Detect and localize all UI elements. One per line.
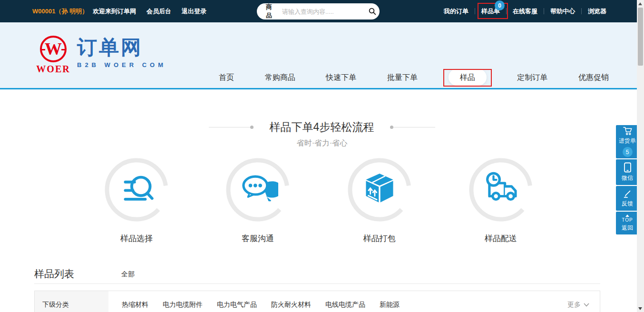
hero-subtitle: 省时·省力·省心	[0, 138, 644, 148]
step-label: 样品打包	[363, 233, 396, 244]
wechat-label: 微信	[622, 174, 633, 182]
purchase-list-button[interactable]: 进货单 5	[616, 125, 639, 158]
purchase-list-badge: 5	[623, 147, 633, 157]
up-arrow-icon	[625, 214, 629, 217]
topbar: W00001（孙 明明） 欢迎来到订单网 会员后台 退出登录 商品 我的订单 样…	[0, 0, 644, 22]
category-heat-shrink[interactable]: 热缩材料	[122, 301, 148, 309]
step-customer-service: 客服沟通	[222, 157, 293, 244]
nav-item-quick-order[interactable]: 快速下单	[326, 73, 356, 83]
site-name: 订单网	[77, 37, 166, 58]
search-icon[interactable]	[366, 3, 380, 20]
floating-sidebar: 进货单 5 微信 反馈 TOP 返回	[616, 125, 639, 235]
scroll-down-arrow-icon[interactable]	[638, 307, 642, 310]
decorative-line-left	[209, 126, 254, 129]
category-wire-cable-products[interactable]: 电线电缆产品	[325, 301, 365, 309]
search-list-icon	[117, 169, 156, 211]
step-sample-packing: 样品打包	[344, 157, 415, 244]
nav-item-home[interactable]: 首页	[219, 73, 234, 83]
more-label: 更多	[567, 301, 581, 309]
search-box: 商品	[257, 3, 380, 20]
chat-bubbles-icon	[237, 168, 278, 211]
logo-brand-text: WOER	[36, 64, 70, 75]
step-sample-selection: 样品选择	[101, 157, 172, 244]
user-id: W00001（孙 明明）	[32, 7, 88, 16]
search-input[interactable]	[282, 8, 366, 15]
topbar-right: 我的订单 样品单 在线客服 帮助中心 浏览器	[444, 0, 606, 22]
step-label: 客服沟通	[242, 233, 274, 244]
sample-order-count-badge: 0	[495, 0, 505, 10]
category-fireproof-materials[interactable]: 防火耐火材料	[271, 301, 311, 309]
category-power-electric-products[interactable]: 电力电气产品	[217, 301, 257, 309]
feedback-button[interactable]: 反馈	[616, 186, 639, 211]
hero-title-row: 样品下单4步轻松流程	[0, 120, 644, 135]
divider	[581, 8, 582, 14]
divider	[34, 283, 600, 284]
steps-row: 样品选择 客服沟通	[101, 157, 537, 244]
woer-logo-icon: W WOER	[36, 36, 70, 75]
logo[interactable]: W WOER 订单网 B2B WOER COM	[36, 36, 166, 75]
purchase-list-label: 进货单	[619, 137, 636, 145]
delivery-truck-icon	[480, 168, 521, 211]
nav-item-bulk-order[interactable]: 批量下单	[387, 73, 418, 83]
cart-icon	[623, 127, 633, 136]
step-sample-delivery: 样品配送	[465, 157, 537, 244]
logout-link[interactable]: 退出登录	[182, 7, 206, 16]
tab-all[interactable]: 全部	[121, 270, 135, 279]
scrollbar-thumb[interactable]	[638, 8, 643, 66]
nav-item-promotions[interactable]: 优惠促销	[578, 73, 609, 83]
nav-item-custom-order[interactable]: 定制订单	[517, 73, 547, 83]
pencil-icon	[623, 189, 632, 198]
hero-title: 样品下单4步轻松流程	[270, 120, 374, 135]
step-label: 样品配送	[485, 233, 517, 244]
top-text: TOP	[622, 217, 633, 223]
category-power-cable-accessories[interactable]: 电力电缆附件	[163, 301, 203, 309]
search-category-select[interactable]: 商品	[257, 3, 282, 20]
scroll-up-arrow-icon[interactable]	[638, 2, 642, 5]
welcome-text: 欢迎来到订单网	[93, 7, 136, 16]
logo-letter: W	[45, 40, 62, 58]
my-orders-link[interactable]: 我的订单	[444, 7, 468, 16]
main-nav: 首页 常购商品 快速下单 批量下单 样品 定制订单 优惠促销	[219, 45, 609, 110]
help-center-link[interactable]: 帮助中心	[550, 7, 575, 16]
package-box-icon	[360, 169, 400, 211]
subcategory-filter-label: 下级分类	[35, 291, 108, 312]
member-backend-link[interactable]: 会员后台	[146, 7, 171, 16]
online-service-link[interactable]: 在线客服	[513, 7, 537, 16]
feedback-label: 反馈	[622, 200, 633, 208]
phone-icon	[624, 162, 632, 173]
annotation-box-samples-nav	[443, 69, 492, 87]
more-button[interactable]: 更多	[567, 291, 600, 312]
chevron-down-icon	[584, 303, 589, 307]
nav-item-frequent-products[interactable]: 常购商品	[265, 73, 295, 83]
step-label: 样品选择	[120, 233, 153, 244]
back-to-top-button[interactable]: TOP 返回	[616, 212, 639, 234]
subcategory-filter-row: 下级分类 热缩材料 电力电缆附件 电力电气产品 防火耐火材料 电线电缆产品 新能…	[34, 291, 600, 312]
vertical-scrollbar[interactable]	[637, 0, 644, 312]
wechat-button[interactable]: 微信	[616, 159, 639, 185]
site-header: W WOER 订单网 B2B WOER COM 首页 常购商品 快速下单 批量下…	[0, 22, 644, 89]
topbar-left: W00001（孙 明明） 欢迎来到订单网 会员后台 退出登录	[32, 0, 217, 22]
site-subtitle: B2B WOER COM	[77, 61, 166, 68]
sample-list-title: 样品列表	[34, 267, 74, 281]
category-new-energy[interactable]: 新能源	[380, 301, 400, 309]
decorative-line-right	[390, 126, 435, 129]
divider	[544, 8, 544, 14]
back-label: 返回	[622, 224, 633, 232]
divider	[475, 8, 475, 14]
browser-link[interactable]: 浏览器	[588, 7, 606, 16]
